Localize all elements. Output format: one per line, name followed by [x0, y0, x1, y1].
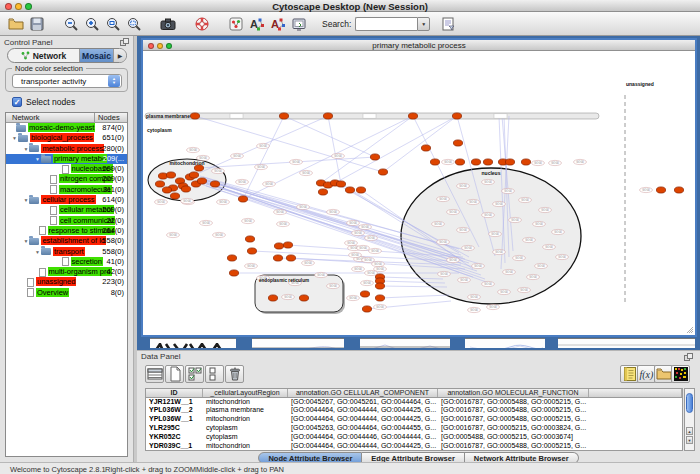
network-node[interactable]: [279, 113, 288, 119]
tree-row[interactable]: unassigned223(0): [6, 277, 127, 287]
attribute-table-icon[interactable]: [145, 365, 164, 383]
tree-row[interactable]: response to stimulu264(0): [6, 226, 127, 236]
column-header[interactable]: annotation.GO CELLULAR_COMPONENT: [288, 389, 438, 397]
network-node[interactable]: [455, 159, 464, 165]
network-canvas[interactable]: GO:00GO:00GO:00GO:00GO:00GO:00GO:00GO:00…: [143, 51, 695, 336]
network-node[interactable]: [318, 189, 327, 195]
expand-triangle-icon[interactable]: ▼: [35, 154, 40, 164]
vizmapper-red-icon[interactable]: A: [267, 14, 288, 34]
table-row[interactable]: YPL036W__1mitochondrion[GO:0044464, GO:0…: [146, 415, 682, 424]
tree-row[interactable]: cell communicat22(0): [6, 216, 127, 226]
zoom-fit-icon[interactable]: [123, 14, 144, 34]
table-row[interactable]: YLR295Ccytoplasm[GO:0045263, GO:0044464,…: [146, 424, 682, 433]
column-header[interactable]: _cellularLayoutRegion: [203, 389, 288, 397]
network-node[interactable]: [274, 243, 283, 249]
network-node[interactable]: [471, 159, 480, 165]
vizmapper-blue-icon[interactable]: A: [246, 14, 267, 34]
network-node[interactable]: [170, 193, 179, 199]
save-icon[interactable]: [26, 14, 47, 34]
network-node[interactable]: [656, 187, 665, 193]
table-scrollbar[interactable]: ▲ ▼: [684, 388, 695, 451]
float-panel-icon[interactable]: [120, 38, 129, 46]
network-node[interactable]: [245, 236, 254, 242]
zoom-out-icon[interactable]: [60, 14, 81, 34]
column-header[interactable]: annotation.GO MOLECULAR_FUNCTION: [438, 389, 589, 397]
help-lifebuoy-icon[interactable]: [191, 14, 212, 34]
network-node[interactable]: [336, 181, 345, 187]
network-node[interactable]: [227, 255, 236, 261]
network-node[interactable]: [181, 186, 190, 192]
scroll-down-icon[interactable]: ▼: [686, 436, 693, 444]
network-node[interactable]: [190, 113, 199, 119]
canvas-resize-grip[interactable]: [687, 327, 693, 333]
network-node[interactable]: [283, 242, 292, 248]
tree-row[interactable]: multi-organism pro42(0): [6, 267, 127, 277]
table-row[interactable]: YKR052Ccytoplasm[GO:0044464, GO:0044446,…: [146, 433, 682, 442]
dropdown-stepper-icon[interactable]: ▲▼: [108, 75, 120, 87]
tree-row[interactable]: nitrogen compo209(0): [6, 174, 127, 184]
network-node[interactable]: [483, 159, 492, 165]
open-folder-icon[interactable]: [5, 14, 26, 34]
network-node[interactable]: [247, 248, 256, 254]
network-node[interactable]: [229, 270, 238, 276]
expand-triangle-icon[interactable]: ▼: [24, 195, 29, 205]
network-node[interactable]: [162, 187, 171, 193]
tree-row[interactable]: ▼transport558(0): [6, 247, 127, 257]
manager-icon[interactable]: [288, 14, 309, 34]
zoom-in-icon[interactable]: [81, 14, 102, 34]
tab-mosaic[interactable]: Mosaic: [80, 49, 114, 62]
background-window-strip[interactable]: [150, 338, 236, 348]
search-options-icon[interactable]: [437, 14, 458, 34]
network-icon[interactable]: [225, 14, 246, 34]
expand-triangle-icon[interactable]: ▼: [12, 133, 17, 143]
expand-triangle-icon[interactable]: ▼: [35, 247, 40, 257]
select-nodes-checkbox[interactable]: ✓: [12, 97, 22, 107]
camera-icon[interactable]: [157, 14, 178, 34]
network-node[interactable]: [362, 306, 371, 312]
network-node[interactable]: [323, 113, 332, 119]
network-node[interactable]: [166, 172, 175, 178]
network-node[interactable]: [452, 113, 461, 119]
tree-row[interactable]: secretion41(0): [6, 257, 127, 267]
network-node[interactable]: [197, 178, 206, 184]
network-node[interactable]: [375, 295, 384, 301]
network-node[interactable]: [521, 159, 530, 165]
network-node[interactable]: [453, 140, 462, 146]
network-node[interactable]: [430, 159, 439, 165]
tree-row[interactable]: Overview8(0): [6, 288, 127, 298]
network-node[interactable]: [273, 255, 282, 261]
network-node[interactable]: [155, 181, 164, 187]
tree-row[interactable]: ▼cellular process614(0): [6, 195, 127, 205]
delete-attribute-icon[interactable]: [225, 365, 244, 383]
tree-row[interactable]: nucleobase-209(0): [6, 164, 127, 174]
scrollbar-thumb[interactable]: [686, 393, 693, 413]
network-node[interactable]: [356, 187, 365, 193]
network-node[interactable]: [421, 145, 430, 151]
tree-row[interactable]: ▼primary metabo209(...: [6, 154, 127, 164]
network-node[interactable]: [210, 181, 219, 187]
network-view-window[interactable]: primary metabolic process GO:00GO:00GO:0…: [141, 38, 697, 337]
float-data-panel-icon[interactable]: [684, 353, 693, 361]
background-window-strip[interactable]: [252, 338, 344, 348]
tab-overflow-arrow[interactable]: ▶: [114, 49, 126, 62]
expand-triangle-icon[interactable]: ▼: [24, 236, 29, 246]
background-window-strip[interactable]: [465, 338, 545, 348]
node-color-dropdown[interactable]: transporter activity ▲▼: [12, 74, 122, 88]
table-row[interactable]: YDR039C__1mitochondrion[GO:0044464, GO:0…: [146, 442, 682, 451]
network-node[interactable]: [345, 187, 354, 193]
table-row[interactable]: YJR121W__1mitochondrion[GO:0045267, GO:0…: [146, 398, 682, 407]
search-dropdown-arrow-icon[interactable]: ▼: [417, 17, 430, 31]
column-header[interactable]: ID: [146, 389, 203, 397]
matrix-icon[interactable]: [671, 365, 690, 383]
network-node[interactable]: [299, 295, 308, 301]
zoom-selected-icon[interactable]: [102, 14, 123, 34]
network-node[interactable]: [408, 113, 417, 119]
network-node[interactable]: [674, 187, 683, 193]
network-node[interactable]: [375, 283, 384, 289]
network-node[interactable]: [378, 169, 387, 175]
network-node[interactable]: [505, 159, 514, 165]
search-input[interactable]: [355, 17, 417, 31]
expand-triangle-icon[interactable]: ▼: [24, 144, 29, 154]
tree-row[interactable]: macromolecule311(0): [6, 185, 127, 195]
tree-row[interactable]: ▼biological_process651(0): [6, 133, 127, 143]
